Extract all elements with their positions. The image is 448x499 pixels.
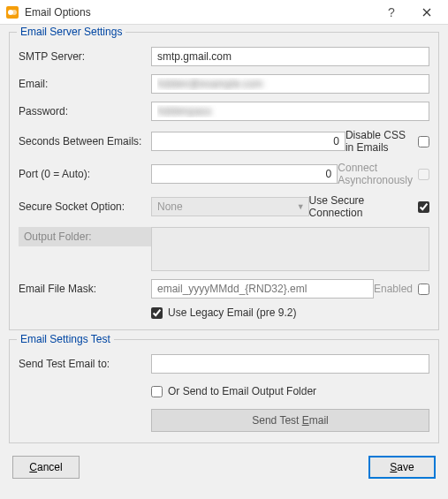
- file-mask-label: Email File Mask:: [19, 283, 151, 295]
- save-button[interactable]: Save: [368, 456, 436, 479]
- mask-enabled-checkbox[interactable]: [418, 284, 429, 295]
- group-legend-server: Email Server Settings: [17, 26, 125, 38]
- disable-css-checkbox[interactable]: [418, 136, 429, 147]
- secure-option-select[interactable]: None ▼: [151, 197, 309, 216]
- file-mask-input[interactable]: [151, 279, 374, 299]
- sendto-input[interactable]: [151, 354, 429, 374]
- secure-option-label: Secure Socket Option:: [19, 200, 151, 213]
- sendto-label: Send Test Email to:: [19, 358, 151, 370]
- help-button[interactable]: ?: [374, 0, 409, 25]
- disable-css-label: Disable CSS in Emails: [345, 129, 413, 154]
- email-server-settings-group: Email Server Settings SMTP Server: Email…: [9, 32, 439, 330]
- email-settings-test-group: Email Settings Test Send Test Email to: …: [9, 339, 439, 443]
- group-legend-test: Email Settings Test: [17, 333, 114, 345]
- window-title: Email Options: [25, 6, 374, 19]
- secure-option-value: None: [157, 200, 183, 213]
- or-folder-label: Or Send to Email Output Folder: [168, 385, 316, 397]
- email-label: Email:: [19, 78, 151, 90]
- close-button[interactable]: [409, 0, 444, 25]
- password-input[interactable]: [151, 102, 429, 121]
- use-secure-label: Use Secure Connection: [309, 194, 413, 219]
- connect-async-checkbox[interactable]: [418, 169, 429, 180]
- use-legacy-label: Use Legacy Email (pre 9.2): [168, 306, 296, 319]
- smtp-label: SMTP Server:: [19, 50, 151, 63]
- port-label: Port (0 = Auto):: [19, 168, 151, 180]
- password-label: Password:: [19, 105, 151, 117]
- app-icon: [5, 5, 19, 19]
- mask-enabled-label: Enabled: [374, 283, 413, 295]
- seconds-input[interactable]: [151, 132, 345, 151]
- cancel-button[interactable]: Cancel: [12, 456, 80, 479]
- output-folder-label: Output Folder:: [19, 227, 151, 246]
- email-input[interactable]: [151, 74, 429, 94]
- output-folder-input[interactable]: [151, 227, 429, 271]
- seconds-label: Seconds Between Emails:: [19, 135, 151, 147]
- smtp-input[interactable]: [151, 47, 429, 66]
- connect-async-label: Connect Asynchronously: [338, 162, 413, 186]
- or-folder-checkbox[interactable]: [151, 386, 163, 397]
- send-test-email-button[interactable]: Send Test Email: [151, 409, 429, 432]
- use-secure-checkbox[interactable]: [418, 201, 429, 213]
- svg-point-2: [11, 10, 17, 15]
- chevron-down-icon: ▼: [297, 202, 305, 211]
- port-input[interactable]: [151, 164, 338, 184]
- use-legacy-checkbox[interactable]: [151, 307, 163, 319]
